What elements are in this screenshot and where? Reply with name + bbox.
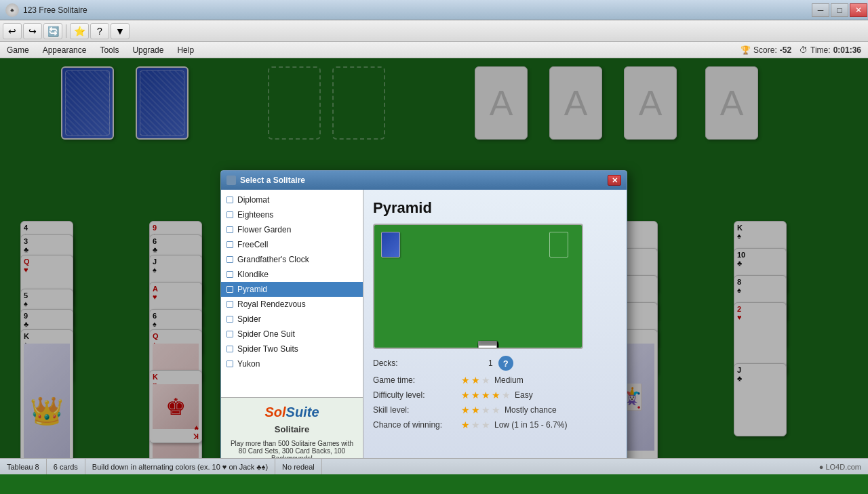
dialog-close-button[interactable]: ✕ (608, 175, 621, 186)
promo-logo: SolSuite Solitaire (228, 405, 356, 436)
game-list-item-spider-one-suit[interactable]: Spider One Suit (221, 327, 363, 342)
winning-label: Chance of winning: (373, 420, 461, 430)
game-list-item-grandfather's-clock[interactable]: Grandfather's Clock (221, 252, 363, 267)
game-list-item-diplomat[interactable]: Diplomat (221, 192, 363, 207)
favorite-button[interactable]: ⭐ (70, 23, 89, 39)
game-list-bullet (226, 271, 233, 278)
game-list-bullet (226, 211, 233, 218)
tableau-status: Tableau 8 (0, 459, 47, 474)
new-game-button[interactable]: 🔄 (43, 23, 62, 39)
game-list-label: Royal Rendezvous (237, 300, 306, 309)
time-value: 0:01:36 (833, 45, 861, 55)
game-list-item-royal-rendezvous[interactable]: Royal Rendezvous (221, 297, 363, 312)
skill-stars: ★ ★ ★ ★ (461, 405, 500, 415)
dialog-body: DiplomatEighteensFlower GardenFreeCellGr… (221, 190, 627, 458)
tableau-count: 8 (35, 463, 39, 471)
game-list-label: Flower Garden (237, 225, 291, 234)
game-list-bullet (226, 226, 233, 233)
game-list-label: Diplomat (237, 195, 269, 205)
game-list-item-eighteens[interactable]: Eighteens (221, 207, 363, 222)
redeal-text: No redeal (282, 463, 315, 471)
stat-decks: Decks: 1 ? (373, 356, 617, 371)
stat-skill: Skill level: ★ ★ ★ ★ Mostly chance (373, 405, 617, 415)
menu-game[interactable]: Game (0, 42, 36, 58)
winning-stars: ★ ★ ★ (461, 419, 490, 430)
dialog-title-icon (226, 176, 236, 185)
difficulty-stars: ★ ★ ★ ★ ★ (461, 390, 511, 400)
game-list-label: Spider One Suit (237, 329, 295, 339)
toolbar-separator (66, 24, 66, 38)
menu-tools[interactable]: Tools (93, 42, 125, 58)
game-list-bullet (226, 286, 233, 293)
star-3: ★ (481, 375, 490, 386)
game-list-label: Grandfather's Clock (237, 255, 309, 264)
game-list-bullet (226, 241, 233, 248)
game-list-bullet (226, 197, 233, 203)
game-list-bullet (226, 316, 233, 323)
star-2: ★ (471, 375, 480, 386)
game-list-item-spider[interactable]: Spider (221, 312, 363, 327)
window-title: 123 Free Solitaire (23, 5, 87, 15)
game-list-label: Spider (237, 314, 261, 324)
game-list-bullet (226, 256, 233, 263)
game-list-bullet (226, 301, 233, 308)
game-list-bullet (226, 346, 233, 352)
score-value: -52 (780, 45, 791, 55)
game-stats: Decks: 1 ? Game time: ★ ★ ★ Medium (373, 356, 617, 430)
selected-game-title: Pyramid (373, 199, 617, 217)
score-icon: 🏆 (741, 45, 751, 55)
skill-star-2: ★ (471, 405, 480, 415)
more-button[interactable]: ▼ (111, 23, 130, 39)
promo-area: SolSuite Solitaire Play more than 500 So… (221, 397, 363, 458)
status-bar: Tableau 8 6 cards Build down in alternat… (0, 458, 868, 474)
game-list-item-freecell[interactable]: FreeCell (221, 237, 363, 252)
game-list-label: Pyramid (237, 285, 267, 294)
help-toolbar-button[interactable]: ? (90, 23, 109, 39)
game-time-stars: ★ ★ ★ (461, 375, 490, 386)
redeal-status: No redeal (275, 459, 322, 474)
diff-star-4: ★ (492, 390, 500, 400)
menu-upgrade[interactable]: Upgrade (125, 42, 170, 58)
time-display: ⏱ Time: 0:01:36 (800, 45, 861, 55)
redo-button[interactable]: ↪ (23, 23, 42, 39)
score-label: Score: (753, 45, 777, 55)
game-list-item-yukon[interactable]: Yukon (221, 356, 363, 371)
close-button[interactable]: ✕ (850, 3, 867, 17)
time-label: Time: (810, 45, 831, 55)
stat-winning: Chance of winning: ★ ★ ★ Low (1 in 15 - … (373, 419, 617, 430)
bottom-right: ● LO4D.com (819, 463, 868, 471)
maximize-button[interactable]: □ (831, 3, 848, 17)
dialog-titlebar: Select a Solitaire ✕ (221, 171, 627, 190)
game-list-label: FreeCell (237, 240, 268, 249)
select-solitaire-dialog: Select a Solitaire ✕ DiplomatEighteensFl… (220, 170, 627, 458)
game-list-item-pyramid[interactable]: Pyramid (221, 282, 363, 297)
skill-value: Mostly chance (505, 405, 557, 415)
difficulty-value: Easy (515, 390, 533, 400)
diff-star-2: ★ (471, 390, 480, 400)
lo4d-logo: ● LO4D.com (819, 463, 861, 471)
help-button[interactable]: ? (498, 356, 513, 371)
game-detail-panel: Pyramid (363, 190, 627, 458)
game-list-label: Eighteens (237, 210, 273, 220)
cards-status: 6 cards (47, 459, 85, 474)
game-list-item-spider-two-suits[interactable]: Spider Two Suits (221, 342, 363, 356)
diff-star-5: ★ (502, 390, 511, 400)
game-list-bullet (226, 331, 233, 337)
app-icon: ♠ (5, 3, 19, 17)
game-list-item-klondike[interactable]: Klondike (221, 267, 363, 282)
preview-stock (381, 232, 400, 258)
game-list-label: Klondike (237, 270, 269, 279)
score-display: 🏆 Score: -52 (741, 45, 791, 55)
decks-value: 1 (488, 358, 493, 368)
game-list: DiplomatEighteensFlower GardenFreeCellGr… (221, 190, 363, 397)
game-list-item-flower-garden[interactable]: Flower Garden (221, 222, 363, 237)
winning-value: Low (1 in 15 - 6.7%) (494, 420, 567, 430)
menu-appearance[interactable]: Appearance (36, 42, 94, 58)
cards-count: 6 cards (54, 463, 78, 471)
win-star-3: ★ (481, 419, 490, 430)
game-list-panel: DiplomatEighteensFlower GardenFreeCellGr… (221, 190, 363, 458)
game-list-bullet (226, 361, 233, 367)
menu-help[interactable]: Help (170, 42, 201, 58)
undo-button[interactable]: ↩ (3, 23, 22, 39)
minimize-button[interactable]: ─ (812, 3, 829, 17)
